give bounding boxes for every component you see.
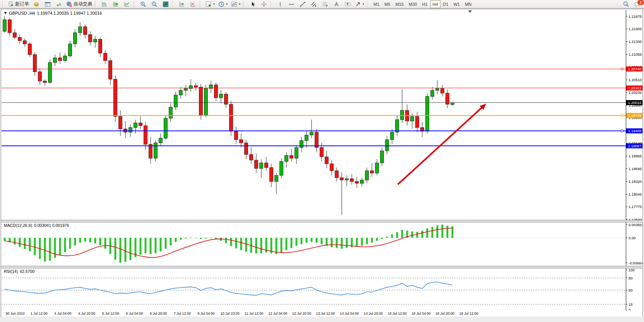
candle bbox=[426, 93, 429, 134]
timeframe-w1-button[interactable]: W1 bbox=[451, 0, 462, 8]
zoom-out-button[interactable] bbox=[149, 0, 160, 9]
candle bbox=[411, 114, 414, 129]
add-indicator-button[interactable]: ▾ bbox=[204, 0, 216, 9]
macd-bar bbox=[326, 238, 328, 245]
templates-button[interactable]: ▾ bbox=[230, 0, 242, 9]
macd-bar bbox=[361, 238, 363, 245]
price-chart-panel[interactable]: 1.218751.216051.213301.210551.207801.205… bbox=[2, 10, 642, 220]
candle bbox=[255, 153, 258, 173]
chart-collapse-icon[interactable] bbox=[4, 12, 7, 14]
horizontal-line-icon bbox=[288, 1, 295, 7]
macd-panel[interactable]: 0.0035030.00-0.006647 bbox=[2, 222, 642, 266]
cursor-tool-button[interactable] bbox=[247, 0, 258, 9]
rsi-panel[interactable]: 1008050150 bbox=[2, 268, 642, 310]
candle bbox=[104, 50, 107, 64]
candle bbox=[345, 175, 349, 186]
candle-body bbox=[8, 20, 12, 33]
auto-scroll-button[interactable] bbox=[176, 0, 187, 9]
candle bbox=[209, 81, 213, 93]
macd-bar bbox=[432, 227, 433, 238]
line-chart-icon bbox=[124, 1, 130, 7]
macd-bar bbox=[190, 238, 192, 238]
candle-body bbox=[345, 179, 349, 180]
macd-tick-label: 0.00 bbox=[629, 236, 636, 240]
candle-body bbox=[159, 138, 163, 143]
arrows-tool-icon bbox=[355, 1, 361, 7]
equidistant-channel-tool-button[interactable] bbox=[308, 0, 319, 9]
horizontal-line-tool-button[interactable] bbox=[286, 0, 297, 9]
macd-bar bbox=[185, 238, 187, 239]
macd-bar bbox=[306, 238, 308, 243]
macd-bar bbox=[195, 238, 197, 238]
macd-bar bbox=[366, 238, 368, 244]
candle bbox=[109, 58, 112, 85]
candle-body bbox=[134, 123, 137, 128]
candle-body bbox=[260, 163, 263, 168]
signal-button[interactable] bbox=[53, 0, 64, 9]
candle bbox=[224, 92, 228, 108]
macd-bar bbox=[341, 238, 343, 249]
candle-body bbox=[154, 143, 158, 158]
dropdown-arrow-icon: ▾ bbox=[213, 2, 215, 6]
macd-bar bbox=[381, 238, 383, 239]
candle-body bbox=[3, 20, 7, 31]
macd-bar bbox=[230, 238, 232, 246]
line-handle[interactable] bbox=[621, 68, 623, 70]
timeframe-m30-button[interactable]: M30 bbox=[406, 0, 419, 8]
chat-button[interactable]: 1 bbox=[632, 0, 642, 9]
bid-price-badge-label: 1.20016 bbox=[628, 101, 641, 105]
candle-body bbox=[99, 39, 102, 53]
text-tool-button[interactable] bbox=[331, 0, 342, 9]
timeframe-h4-button[interactable]: H4 bbox=[430, 0, 440, 8]
rsi-name: RSI(14) bbox=[4, 269, 18, 274]
zoom-in-button[interactable] bbox=[138, 0, 149, 9]
vertical-line-tool-button[interactable] bbox=[275, 0, 286, 9]
periods-button[interactable]: ▾ bbox=[217, 0, 229, 9]
macd-bar bbox=[210, 238, 212, 238]
timeframe-mn-button[interactable]: MN bbox=[462, 0, 474, 8]
search-button[interactable] bbox=[620, 0, 631, 9]
macd-bar bbox=[260, 238, 262, 253]
timeframe-d1-button[interactable]: D1 bbox=[441, 0, 451, 8]
price-tick-label: 1.18865 bbox=[629, 154, 642, 158]
market-depth-button[interactable] bbox=[42, 0, 53, 9]
crosshair-tool-button[interactable] bbox=[259, 0, 269, 9]
autotrading-button[interactable]: 自动交易 bbox=[65, 0, 94, 9]
line-price-badge-label: 1.20331 bbox=[628, 86, 641, 90]
tile-windows-button[interactable] bbox=[160, 0, 171, 9]
candle-body bbox=[325, 157, 329, 164]
new-order-button[interactable]: 新订单 bbox=[7, 0, 31, 9]
macd-bar bbox=[245, 238, 247, 252]
bar-chart-button[interactable] bbox=[99, 0, 110, 9]
candlestick-chart-button[interactable] bbox=[110, 0, 121, 9]
timeframe-m1-button[interactable]: M1 bbox=[371, 0, 382, 8]
timeframe-m5-button[interactable]: M5 bbox=[382, 0, 392, 8]
chart-shift-marker[interactable] bbox=[468, 10, 472, 13]
line-handle[interactable] bbox=[621, 114, 623, 116]
timeframe-m15-button[interactable]: M15 bbox=[393, 0, 406, 8]
text-label-tool-button[interactable] bbox=[342, 0, 353, 9]
time-axis[interactable]: 30 Jun 20221 Jul 12:004 Jul 04:004 Jul 2… bbox=[2, 311, 642, 317]
line-chart-button[interactable] bbox=[122, 0, 132, 9]
line-price-badge-label: 1.19739 bbox=[628, 113, 641, 118]
timeframe-h1-button[interactable]: H1 bbox=[420, 0, 430, 8]
chart-ohlc-values: 1.19974 1.20035 1.19947 1.20016 bbox=[37, 11, 102, 15]
candle bbox=[38, 68, 42, 85]
arrows-tool-button[interactable]: ▾ bbox=[353, 0, 366, 9]
candle bbox=[119, 110, 122, 136]
trendline-tool-button[interactable] bbox=[297, 0, 308, 9]
macd-bar bbox=[79, 238, 81, 243]
chart-shift-button[interactable] bbox=[188, 0, 199, 9]
signal-icon bbox=[56, 1, 62, 7]
quotes-button[interactable] bbox=[31, 0, 42, 9]
price-tick-label: 1.21330 bbox=[629, 39, 642, 44]
equidistant-channel-icon bbox=[311, 1, 317, 7]
candle-body bbox=[365, 171, 369, 180]
candle bbox=[114, 75, 117, 122]
candle bbox=[330, 160, 334, 175]
macd-bar bbox=[4, 238, 6, 241]
candle bbox=[214, 82, 218, 101]
fibonacci-tool-button[interactable] bbox=[320, 0, 331, 9]
line-handle[interactable] bbox=[621, 130, 623, 132]
cursor-icon bbox=[250, 1, 256, 7]
